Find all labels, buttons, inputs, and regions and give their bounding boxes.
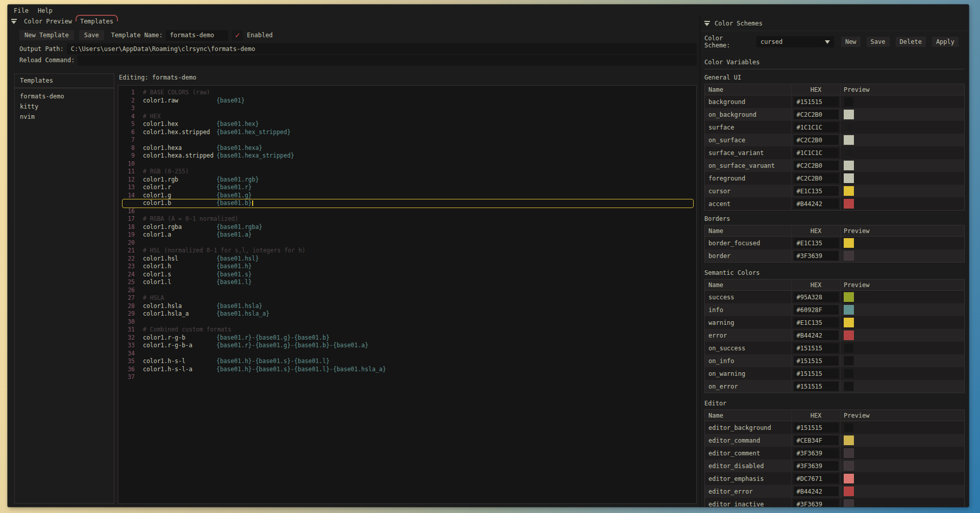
- table-row[interactable]: on_success#151515: [705, 342, 964, 354]
- table-row[interactable]: background#151515: [705, 95, 964, 108]
- hex-input[interactable]: #E1C135: [794, 318, 839, 327]
- variable-hex-cell[interactable]: #DC7671: [792, 472, 841, 485]
- code-line[interactable]: 28color1.hsla{base01.hsla}: [118, 302, 696, 311]
- variable-hex-cell[interactable]: #3F3639: [792, 249, 841, 262]
- table-row[interactable]: success#95A328: [705, 291, 964, 303]
- table-row[interactable]: border_focused#E1C135: [705, 237, 964, 249]
- color-table[interactable]: NameHEXPreviewsuccess#95A328info#60928Fw…: [704, 279, 965, 393]
- variable-preview-cell[interactable]: [841, 421, 964, 434]
- sidebar-item-formats-demo[interactable]: formats-demo: [15, 91, 114, 101]
- variable-preview-cell[interactable]: [841, 249, 964, 262]
- table-row[interactable]: editor_command#CEB34F: [705, 434, 964, 447]
- template-name-input[interactable]: formats-demo: [166, 30, 228, 41]
- variable-hex-cell[interactable]: #95A328: [792, 291, 841, 303]
- code-line[interactable]: 17# RGBA (A = 0-1 normalized): [118, 215, 696, 223]
- enabled-checkbox[interactable]: ✓: [232, 30, 243, 41]
- table-row[interactable]: on_background#C2C2B0: [705, 108, 964, 121]
- variable-hex-cell[interactable]: #151515: [792, 342, 841, 354]
- code-line[interactable]: 24color1.s{base01.s}: [118, 271, 696, 279]
- hex-input[interactable]: #C2C2B0: [794, 110, 839, 119]
- variable-preview-cell[interactable]: [841, 237, 964, 249]
- hex-input[interactable]: #3F3639: [794, 251, 839, 261]
- code-line[interactable]: 25color1.l{base01.l}: [118, 278, 696, 287]
- new-template-button[interactable]: New Template: [19, 30, 74, 40]
- code-line[interactable]: 6color1.hex.stripped{base01.hex_stripped…: [118, 129, 696, 137]
- table-row[interactable]: border#3F3639: [705, 249, 964, 262]
- code-line[interactable]: 13color1.r{base01.r}: [118, 184, 696, 192]
- table-row[interactable]: info#60928F: [705, 303, 964, 316]
- table-row[interactable]: on_surface_varuant#C2C2B0: [705, 159, 964, 172]
- code-line[interactable]: 9color1.hexa.stripped{base01.hexa_stripp…: [118, 152, 696, 160]
- color-table[interactable]: NameHEXPreviewborder_focused#E1C135borde…: [704, 225, 965, 263]
- menu-item-file[interactable]: File: [14, 7, 29, 14]
- code-line[interactable]: 21# HSL (normalized 0-1 for s,l, integer…: [118, 247, 696, 255]
- variable-hex-cell[interactable]: #CEB34F: [792, 434, 841, 447]
- sidebar-item-kitty[interactable]: kitty: [15, 101, 114, 112]
- hex-input[interactable]: #151515: [794, 423, 839, 432]
- code-line[interactable]: 27# HSLA: [118, 294, 696, 302]
- variable-hex-cell[interactable]: #B44242: [792, 329, 841, 342]
- code-line[interactable]: 36color1.h-s-l-a{base01.h}-{base01.s}-{b…: [118, 366, 696, 374]
- variable-hex-cell[interactable]: #151515: [792, 380, 841, 393]
- code-line[interactable]: 3: [118, 105, 696, 113]
- scheme-new-button[interactable]: New: [841, 37, 861, 47]
- code-line[interactable]: 20: [118, 239, 696, 247]
- code-line[interactable]: 1# BASE COLORS (raw): [118, 89, 696, 97]
- table-row[interactable]: editor_disabled#3F3639: [705, 459, 964, 472]
- code-line[interactable]: 11# RGB (0-255): [118, 168, 696, 176]
- variable-preview-cell[interactable]: [841, 108, 964, 121]
- code-line[interactable]: 19color1.a{base01.a}: [118, 231, 696, 239]
- color-scheme-select[interactable]: cursed: [756, 36, 834, 47]
- table-row[interactable]: accent#B44242: [705, 197, 964, 210]
- code-line[interactable]: 5color1.hex{base01.hex}: [118, 120, 696, 129]
- scheme-delete-button[interactable]: Delete: [896, 37, 926, 47]
- hex-input[interactable]: #151515: [794, 343, 839, 353]
- table-row[interactable]: editor_error#B44242: [705, 485, 964, 498]
- menu-item-help[interactable]: Help: [38, 7, 53, 14]
- table-header-row[interactable]: NameHEXPreview: [705, 225, 964, 237]
- table-row[interactable]: warning#E1C135: [705, 316, 964, 329]
- hex-input[interactable]: #151515: [794, 369, 839, 378]
- code-line[interactable]: 8color1.hexa{base01.hexa}: [118, 144, 696, 152]
- code-line[interactable]: 32color1.r-g-b{base01.r}-{base01.g}-{bas…: [118, 334, 696, 342]
- variable-hex-cell[interactable]: #1C1C1C: [792, 121, 841, 134]
- color-table[interactable]: NameHEXPreviewbackground#151515on_backgr…: [704, 84, 965, 211]
- scheme-apply-button[interactable]: Apply: [932, 37, 959, 47]
- variable-preview-cell[interactable]: [841, 447, 964, 459]
- hex-input[interactable]: #151515: [794, 381, 839, 391]
- variable-preview-cell[interactable]: [841, 459, 964, 472]
- code-line[interactable]: 2color1.raw{base01}: [118, 97, 696, 105]
- code-line[interactable]: 22color1.hsl{base01.hsl}: [118, 255, 696, 263]
- variable-preview-cell[interactable]: [841, 146, 964, 159]
- variable-preview-cell[interactable]: [841, 316, 964, 329]
- hex-input[interactable]: #3F3639: [794, 461, 839, 471]
- code-line[interactable]: 14color1.g{base01.g}: [118, 192, 696, 200]
- save-template-button[interactable]: Save: [79, 30, 104, 40]
- hex-input[interactable]: #B44242: [794, 330, 839, 340]
- code-line[interactable]: 29color1.hsla_a{base01.hsla_a}: [118, 310, 696, 318]
- code-line[interactable]: 26: [118, 287, 696, 295]
- variable-preview-cell[interactable]: [841, 95, 964, 108]
- code-line[interactable]: 33color1.r-g-b-a{base01.r}-{base01.g}-{b…: [118, 342, 696, 350]
- code-line[interactable]: 23color1.h{base01.h}: [118, 263, 696, 271]
- variable-hex-cell[interactable]: #E1C135: [792, 316, 841, 329]
- hex-input[interactable]: #C2C2B0: [794, 161, 839, 170]
- sidebar-item-nvim[interactable]: nvim: [15, 112, 114, 122]
- variable-preview-cell[interactable]: [841, 121, 964, 134]
- hex-input[interactable]: #B44242: [794, 199, 839, 209]
- reload-command-input[interactable]: [78, 55, 697, 66]
- table-row[interactable]: on_info#151515: [705, 354, 964, 367]
- hex-input[interactable]: #3F3639: [794, 448, 839, 458]
- variable-hex-cell[interactable]: #151515: [792, 421, 841, 434]
- code-line[interactable]: 12color1.rgb{base01.rgb}: [118, 176, 696, 184]
- color-table[interactable]: NameHEXPrevieweditor_background#151515ed…: [704, 409, 965, 507]
- hex-input[interactable]: #C2C2B0: [794, 135, 839, 145]
- variable-hex-cell[interactable]: #1C1C1C: [792, 146, 841, 159]
- variable-hex-cell[interactable]: #B44242: [792, 485, 841, 498]
- variable-hex-cell[interactable]: #3F3639: [792, 498, 841, 507]
- variable-preview-cell[interactable]: [841, 291, 964, 303]
- variable-preview-cell[interactable]: [841, 303, 964, 316]
- table-row[interactable]: error#B44242: [705, 329, 964, 342]
- table-row[interactable]: editor_inactive#3F3639: [705, 498, 964, 507]
- variable-hex-cell[interactable]: #E1C135: [792, 185, 841, 197]
